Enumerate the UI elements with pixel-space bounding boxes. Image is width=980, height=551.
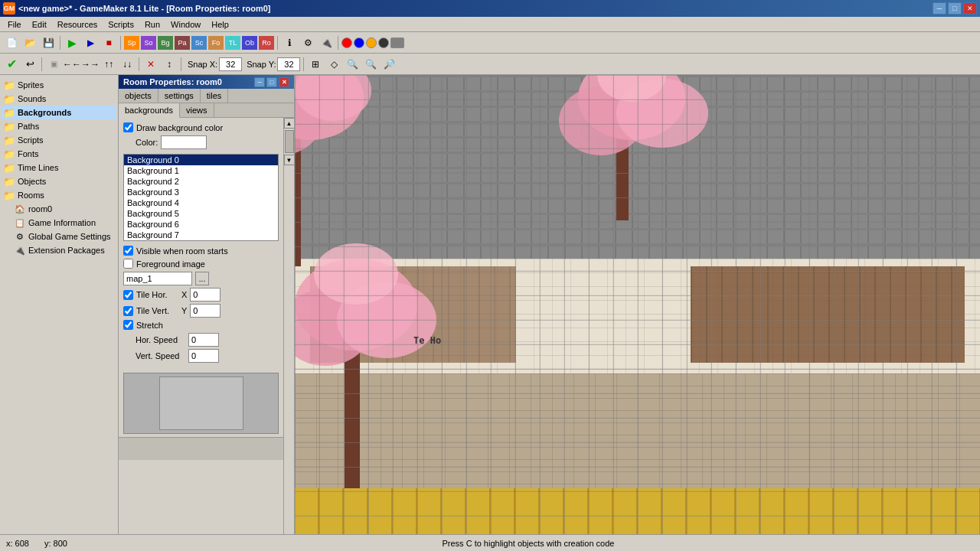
- tile-hor-check[interactable]: [123, 290, 133, 300]
- stretch-check[interactable]: [123, 320, 133, 330]
- menu-file[interactable]: File: [3, 19, 26, 30]
- image-name-input[interactable]: [123, 272, 192, 285]
- font-btn[interactable]: Fo: [208, 36, 224, 50]
- browse-button[interactable]: ...: [195, 272, 209, 285]
- maximize-button[interactable]: □: [948, 2, 962, 15]
- draw-bg-color-check[interactable]: [123, 122, 133, 132]
- menu-resources[interactable]: Resources: [53, 19, 103, 30]
- menu-edit[interactable]: Edit: [28, 19, 51, 30]
- visible-check[interactable]: [123, 246, 133, 256]
- isometric-btn[interactable]: ◇: [325, 56, 342, 73]
- color-blue[interactable]: [354, 37, 364, 48]
- bg-item-5[interactable]: Background 5: [124, 208, 278, 219]
- bg-item-0[interactable]: Background 0: [124, 155, 278, 165]
- tab-tiles[interactable]: tiles: [201, 89, 229, 103]
- sound-btn[interactable]: So: [141, 36, 156, 50]
- color-orange[interactable]: [366, 37, 377, 48]
- tree-objects[interactable]: 📁 Objects: [2, 174, 116, 188]
- bg-item-2[interactable]: Background 2: [124, 176, 278, 187]
- accept-button[interactable]: ✔: [3, 56, 20, 73]
- path-btn[interactable]: Pa: [175, 36, 190, 50]
- color-red[interactable]: [341, 37, 352, 48]
- delete-btn[interactable]: ✕: [142, 56, 159, 73]
- run-button[interactable]: ▶: [64, 34, 80, 51]
- tree-fonts[interactable]: 📁 Fonts: [2, 147, 116, 161]
- menu-scripts[interactable]: Scripts: [103, 19, 139, 30]
- menu-window[interactable]: Window: [166, 19, 205, 30]
- bg-item-6[interactable]: Background 6: [124, 219, 278, 230]
- shift-left-btn[interactable]: ←←: [64, 56, 80, 73]
- stop-button[interactable]: ■: [100, 34, 117, 51]
- tree-timelines[interactable]: 📁 Time Lines: [2, 161, 116, 174]
- save-button[interactable]: 💾: [40, 34, 57, 51]
- tree-backgrounds[interactable]: 📁 Backgrounds: [2, 106, 116, 119]
- zoom-out-btn[interactable]: 🔎: [381, 56, 397, 73]
- folder-icon: 📁: [3, 148, 15, 160]
- snap-toggle[interactable]: 🔍: [344, 56, 361, 73]
- bg-btn[interactable]: Bg: [158, 36, 173, 50]
- panel-scrollbar[interactable]: ▲ ▼: [283, 118, 294, 534]
- tree-rooms[interactable]: 📁 Rooms: [2, 188, 116, 202]
- shift-up-btn[interactable]: ↑↑: [100, 56, 117, 73]
- foreground-check[interactable]: [123, 259, 133, 269]
- x-input[interactable]: [190, 288, 220, 302]
- undo-button[interactable]: ↩: [21, 56, 38, 73]
- tab-backgrounds[interactable]: backgrounds: [119, 103, 180, 118]
- inner-minimize[interactable]: ─: [254, 77, 265, 87]
- scroll-down-btn[interactable]: ▼: [284, 155, 295, 165]
- bg-item-7[interactable]: Background 7: [124, 230, 278, 240]
- y-input[interactable]: [190, 304, 220, 318]
- menu-run[interactable]: Run: [140, 19, 165, 30]
- tab-objects[interactable]: objects: [119, 89, 158, 103]
- inner-maximize[interactable]: □: [266, 77, 277, 87]
- tree-sprites[interactable]: 📁 Sprites: [2, 78, 116, 92]
- tab-settings[interactable]: settings: [158, 89, 201, 103]
- grid-toggle[interactable]: ⊞: [307, 56, 324, 73]
- gameinfo-btn[interactable]: ℹ: [281, 34, 298, 51]
- debug-button[interactable]: ▶: [82, 34, 99, 51]
- minimize-button[interactable]: ─: [933, 2, 946, 15]
- bg-item-3[interactable]: Background 3: [124, 187, 278, 197]
- room-btn[interactable]: Ro: [259, 36, 274, 50]
- scroll-up-btn[interactable]: ▲: [284, 118, 295, 129]
- open-button[interactable]: 📂: [21, 34, 38, 51]
- stone-pattern: [295, 373, 980, 488]
- timeline-btn[interactable]: TL: [225, 36, 240, 50]
- color-dark[interactable]: [378, 37, 389, 48]
- tree-extensions[interactable]: 🔌 Extension Packages: [2, 243, 116, 257]
- hor-speed-input[interactable]: [188, 333, 219, 347]
- tree-room0[interactable]: 🏠 room0: [2, 202, 116, 216]
- clear-btn[interactable]: ▣: [45, 56, 62, 73]
- object-btn[interactable]: Ob: [242, 36, 257, 50]
- color-swatch[interactable]: [161, 135, 207, 149]
- tree-scripts[interactable]: 📁 Scripts: [2, 133, 116, 147]
- tab-views[interactable]: views: [180, 103, 214, 117]
- bg-item-1[interactable]: Background 1: [124, 165, 278, 176]
- close-button[interactable]: ✕: [963, 2, 977, 15]
- bg-item-4[interactable]: Background 4: [124, 197, 278, 208]
- tile-vert-check[interactable]: [123, 306, 133, 316]
- gamesettings-btn[interactable]: ⚙: [299, 34, 316, 51]
- shift-right-btn[interactable]: →→: [82, 56, 99, 73]
- shift-down-btn[interactable]: ↓↓: [119, 56, 136, 73]
- sort-btn[interactable]: ↕: [161, 56, 178, 73]
- wood-panel-left: [310, 266, 516, 363]
- color-gray[interactable]: [390, 37, 404, 48]
- inner-close[interactable]: ✕: [279, 77, 289, 87]
- menu-help[interactable]: Help: [207, 19, 234, 30]
- vert-speed-input[interactable]: [188, 349, 219, 363]
- draw-bg-color-label: Draw background color: [136, 123, 223, 132]
- script-btn[interactable]: Sc: [191, 36, 207, 50]
- hor-speed-label: Hor. Speed: [136, 335, 185, 344]
- snap-x-input[interactable]: [219, 57, 242, 71]
- tree-gameinfo[interactable]: 📋 Game Information: [2, 216, 116, 230]
- extensions-btn[interactable]: 🔌: [318, 34, 335, 51]
- zoom-in-btn[interactable]: 🔍: [362, 56, 379, 73]
- tree-globalsettings[interactable]: ⚙ Global Game Settings: [2, 230, 116, 243]
- tree-paths[interactable]: 📁 Paths: [2, 119, 116, 133]
- snap-y-input[interactable]: [277, 57, 300, 71]
- tree-sounds[interactable]: 📁 Sounds: [2, 92, 116, 106]
- sprite-btn[interactable]: Sp: [124, 36, 139, 50]
- scroll-thumb[interactable]: [285, 130, 294, 153]
- new-button[interactable]: 📄: [3, 34, 20, 51]
